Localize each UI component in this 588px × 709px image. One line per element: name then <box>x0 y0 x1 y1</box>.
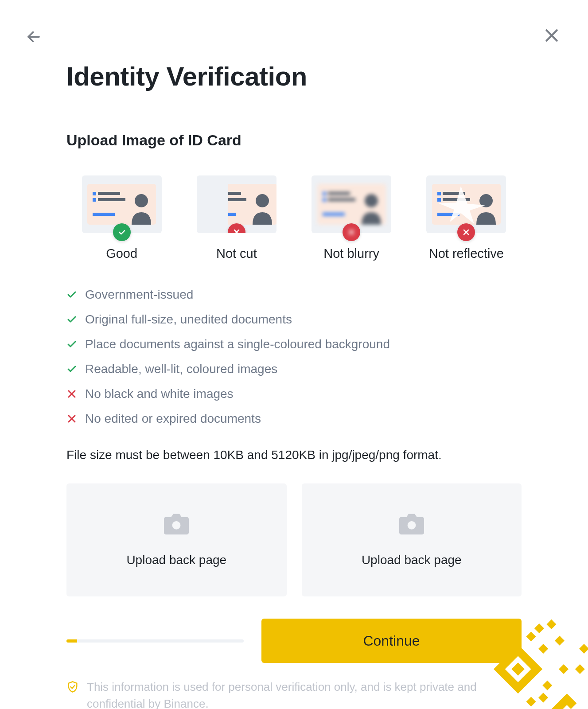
svg-rect-6 <box>93 198 96 202</box>
id-card-reflective-icon <box>432 184 501 225</box>
x-badge-icon <box>457 223 475 241</box>
svg-rect-23 <box>328 198 355 201</box>
example-not-reflective: Not reflective <box>411 175 522 261</box>
svg-rect-50 <box>538 644 548 654</box>
examples-row: Good Not cut <box>66 175 522 261</box>
id-card-blurry-icon <box>317 184 386 225</box>
x-icon <box>66 389 77 399</box>
svg-rect-22 <box>323 198 326 202</box>
svg-rect-56 <box>575 664 585 674</box>
svg-rect-49 <box>546 619 556 629</box>
svg-point-9 <box>135 194 148 207</box>
section-subtitle: Upload Image of ID Card <box>66 132 522 149</box>
example-label: Not reflective <box>429 246 504 261</box>
requirement-text: Readable, well-lit, coloured images <box>85 362 277 376</box>
check-icon <box>66 364 77 374</box>
requirement-item: No edited or expired documents <box>66 412 522 426</box>
upload-label: Upload back page <box>126 553 226 567</box>
progress-bar <box>66 639 244 643</box>
check-icon <box>66 314 77 325</box>
camera-icon <box>399 513 424 535</box>
progress-fill <box>66 639 77 643</box>
svg-rect-5 <box>98 192 120 195</box>
upload-box-right[interactable]: Upload back page <box>302 483 522 596</box>
example-label: Not cut <box>216 246 257 261</box>
id-card-icon <box>87 184 156 225</box>
example-good: Good <box>66 175 177 261</box>
svg-rect-8 <box>93 213 115 216</box>
svg-rect-57 <box>579 644 588 654</box>
upload-box-left[interactable]: Upload back page <box>66 483 287 596</box>
svg-rect-31 <box>437 198 441 202</box>
example-not-cut: Not cut <box>181 175 292 261</box>
requirement-text: No black and white images <box>85 387 234 401</box>
svg-rect-53 <box>538 693 548 702</box>
svg-rect-48 <box>534 623 544 633</box>
svg-rect-7 <box>98 198 125 201</box>
svg-point-25 <box>365 194 378 207</box>
requirements-list: Government-issued Original full-size, un… <box>66 288 522 426</box>
continue-button[interactable]: Continue <box>261 619 522 663</box>
requirement-item: No black and white images <box>66 387 522 401</box>
svg-rect-12 <box>228 192 241 195</box>
requirement-text: No edited or expired documents <box>85 412 261 426</box>
svg-point-42 <box>172 521 181 530</box>
checkmark-badge-icon <box>113 223 131 241</box>
requirement-item: Government-issued <box>66 288 522 302</box>
svg-rect-47 <box>526 631 536 641</box>
svg-rect-29 <box>437 192 441 195</box>
shield-check-icon <box>66 681 79 693</box>
svg-point-16 <box>256 194 269 207</box>
requirement-text: Place documents against a single-coloure… <box>85 337 390 351</box>
x-badge-icon <box>343 223 360 241</box>
example-not-blurry: Not blurry <box>296 175 407 261</box>
camera-icon <box>164 513 189 535</box>
requirement-text: Government-issued <box>85 288 193 302</box>
svg-rect-52 <box>526 697 536 707</box>
check-icon <box>66 339 77 350</box>
requirement-text: Original full-size, unedited documents <box>85 312 292 327</box>
svg-rect-51 <box>555 636 565 646</box>
svg-rect-24 <box>323 213 345 216</box>
requirement-item: Readable, well-lit, coloured images <box>66 362 522 376</box>
svg-rect-20 <box>323 192 326 195</box>
x-icon <box>66 413 77 424</box>
svg-point-43 <box>407 521 416 530</box>
check-icon <box>66 289 77 300</box>
page-title: Identity Verification <box>66 61 522 92</box>
svg-rect-14 <box>228 198 246 201</box>
svg-rect-4 <box>93 192 96 195</box>
requirement-item: Original full-size, unedited documents <box>66 312 522 327</box>
requirement-item: Place documents against a single-coloure… <box>66 337 522 351</box>
file-requirements-text: File size must be between 10KB and 5120K… <box>66 448 522 462</box>
disclaimer: This information is used for personal ve… <box>66 679 522 709</box>
example-label: Not blurry <box>323 246 379 261</box>
upload-label: Upload back page <box>362 553 462 567</box>
svg-rect-21 <box>328 192 350 195</box>
x-badge-icon <box>228 223 245 233</box>
id-card-cut-icon <box>228 184 276 225</box>
disclaimer-text: This information is used for personal ve… <box>87 679 495 709</box>
example-label: Good <box>106 246 137 261</box>
svg-rect-55 <box>559 664 569 674</box>
svg-rect-15 <box>228 213 236 216</box>
svg-rect-54 <box>542 681 552 690</box>
